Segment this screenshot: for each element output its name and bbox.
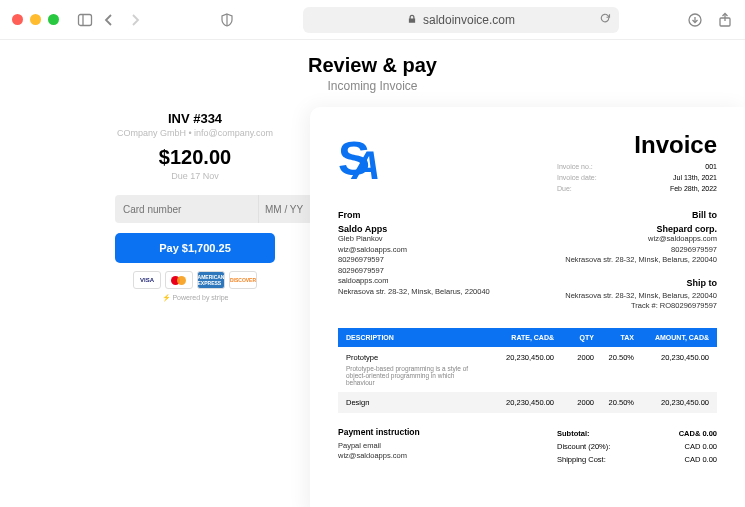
maximize-window[interactable] (48, 14, 59, 25)
billto-label: Bill to (565, 210, 717, 220)
shield-icon[interactable] (219, 12, 235, 28)
discover-icon: DISCOVER (229, 271, 257, 289)
table-header: DESCRIPTION RATE, CAD& QTY TAX AMOUNT, C… (338, 328, 717, 347)
back-button[interactable] (101, 12, 117, 28)
from-name: Saldo Apps (338, 224, 490, 234)
table-row: Prototype Prototype-based programming is… (338, 347, 717, 392)
billto-name: Shepard corp. (565, 224, 717, 234)
payment-panel: INV #334 COmpany GmbH • info@company.com… (110, 107, 280, 507)
logo: SA (338, 131, 398, 187)
reload-icon[interactable] (599, 12, 611, 27)
svg-rect-0 (79, 14, 92, 25)
window-controls (12, 14, 59, 25)
card-brands: VISA AMERICAN EXPRESS DISCOVER (133, 271, 257, 289)
sidebar-icon[interactable] (77, 12, 93, 28)
company-info: COmpany GmbH • info@company.com (117, 128, 273, 138)
download-icon[interactable] (687, 12, 703, 28)
from-label: From (338, 210, 490, 220)
powered-by: ⚡ Powered by stripe (162, 294, 229, 302)
page-title: Review & pay (308, 54, 437, 77)
mastercard-icon (165, 271, 193, 289)
share-icon[interactable] (717, 12, 733, 28)
invoice-number: INV #334 (168, 111, 222, 126)
close-window[interactable] (12, 14, 23, 25)
page-subtitle: Incoming Invoice (327, 79, 417, 93)
url-text: saldoinvoice.com (423, 13, 515, 27)
card-number-input[interactable] (115, 195, 258, 223)
invoice-heading: Invoice (557, 131, 717, 159)
shipto-label: Ship to (565, 278, 717, 288)
amex-icon: AMERICAN EXPRESS (197, 271, 225, 289)
table-row: Design 20,230,450.00 2000 20.50% 20,230,… (338, 392, 717, 413)
visa-icon: VISA (133, 271, 161, 289)
due-date: Due 17 Nov (171, 171, 219, 181)
card-expiry-input[interactable] (258, 195, 314, 223)
pay-button[interactable]: Pay $1,700.25 (115, 233, 275, 263)
titlebar: saldoinvoice.com (0, 0, 745, 40)
invoice-preview: SA Invoice Invoice no.:001 Invoice date:… (310, 107, 745, 507)
forward-button[interactable] (127, 12, 143, 28)
url-bar[interactable]: saldoinvoice.com (303, 7, 619, 33)
lock-icon (407, 14, 417, 26)
amount: $120.00 (159, 146, 231, 169)
payment-instruction-label: Payment instruction (338, 427, 420, 437)
minimize-window[interactable] (30, 14, 41, 25)
